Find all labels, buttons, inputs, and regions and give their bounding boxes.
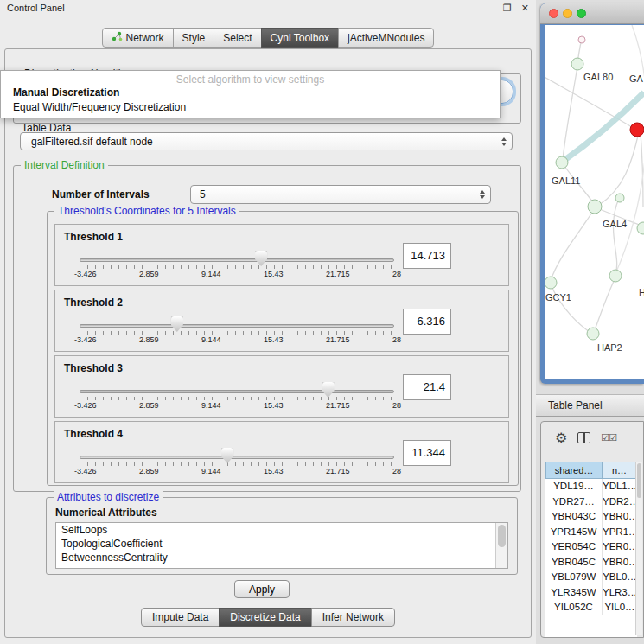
dropdown-hint: Select algorithm to view settings <box>1 71 500 86</box>
attribute-list-item[interactable]: SelfLoops <box>56 523 507 537</box>
select-rows-icon[interactable]: ☑☑ <box>601 432 616 443</box>
attribute-list-item[interactable]: TopologicalCoefficient <box>56 537 507 551</box>
columns-icon[interactable] <box>577 432 590 443</box>
table-cell[interactable]: YPR1… <box>603 525 637 540</box>
table-row[interactable]: YDL19…YDL1… <box>545 479 637 494</box>
table-cell[interactable]: YIL052C <box>545 600 603 615</box>
network-node-hap2[interactable] <box>587 328 599 340</box>
attributes-listbox[interactable]: SelfLoopsTopologicalCoefficientBetweenne… <box>55 522 508 569</box>
tab-infer-network[interactable]: Infer Network <box>311 608 395 627</box>
slider-thumb[interactable] <box>221 448 233 463</box>
tab-jactivemnodules[interactable]: jActiveMNodules <box>338 28 434 48</box>
table-row[interactable]: YDR27…YDR2… <box>545 494 637 510</box>
table-cell[interactable]: YDR27… <box>545 494 603 510</box>
network-icon <box>112 31 123 44</box>
table-cell[interactable]: YPR145W <box>545 525 603 540</box>
table-cell[interactable]: YDR2… <box>603 494 637 510</box>
threshold-2-value-field[interactable]: 6.316 <box>403 309 451 335</box>
zoom-traffic-light-icon[interactable] <box>577 9 586 18</box>
scale-tick-label: 2.859 <box>139 401 159 410</box>
network-node-gcy1[interactable] <box>545 277 557 289</box>
tab-network-label: Network <box>126 32 164 44</box>
network-node-selected[interactable] <box>630 123 644 137</box>
threshold-2-slider[interactable] <box>80 318 394 334</box>
table-row[interactable]: YBR045CYBR0… <box>545 555 637 571</box>
table-row[interactable]: YIL052CYIL0… <box>545 600 637 615</box>
tab-network[interactable]: Network <box>102 28 174 48</box>
threshold-3-slider[interactable] <box>80 384 394 399</box>
tab-style-label: Style <box>182 32 206 44</box>
attributes-group-title: Attributes to discretize <box>54 491 163 503</box>
table-toolbar: ⚙ ☑☑ <box>541 422 643 453</box>
scale-tick-label: -3.426 <box>74 335 97 344</box>
table-data-value: galFiltered.sif default node <box>26 136 498 148</box>
tab-style[interactable]: Style <box>173 28 215 48</box>
scrollbar-thumb[interactable] <box>498 525 506 547</box>
network-node-gal4[interactable] <box>588 200 602 214</box>
attribute-list-item[interactable]: BetweennessCentrality <box>56 551 507 564</box>
number-of-intervals-label: Number of Intervals <box>52 188 150 201</box>
table-cell[interactable]: YER054C <box>545 539 603 555</box>
table-row[interactable]: YER054CYER0… <box>545 539 637 555</box>
table-row[interactable]: YLR345WYLR3… <box>545 585 637 601</box>
gear-icon[interactable]: ⚙ <box>555 430 567 446</box>
tab-impute-data[interactable]: Impute Data <box>141 608 220 627</box>
listbox-scrollbar[interactable] <box>495 523 507 568</box>
table-cell[interactable]: YBR0… <box>603 555 637 571</box>
minimize-icon[interactable]: ❐ <box>503 3 512 13</box>
table-cell[interactable]: YLR345W <box>545 585 603 601</box>
table-scrollbar[interactable] <box>635 462 642 635</box>
table-cell[interactable]: YBR045C <box>545 555 603 571</box>
table-panel-header: Table Panel <box>536 394 644 417</box>
slider-thumb[interactable] <box>322 382 335 398</box>
network-node-gal11[interactable] <box>556 156 568 169</box>
threshold-3-value-field[interactable]: 21.4 <box>403 374 451 400</box>
table-cell[interactable]: YIL0… <box>603 600 637 615</box>
table-cell[interactable]: YLR3… <box>603 585 637 601</box>
minimize-traffic-light-icon[interactable] <box>563 9 572 18</box>
scale-tick-label: 2.859 <box>139 335 159 344</box>
network-node[interactable] <box>609 270 622 282</box>
combo-spinner-icon <box>501 137 507 146</box>
slider-thumb[interactable] <box>171 316 183 332</box>
tab-cyni-toolbox[interactable]: Cyni Toolbox <box>261 28 339 48</box>
table-cell[interactable]: YDL1… <box>603 479 637 494</box>
threshold-4-slider[interactable] <box>80 450 394 465</box>
threshold-1-slider[interactable] <box>80 252 394 268</box>
slider-scale: -3.4262.8599.14415.4321.71528 <box>74 335 401 344</box>
table-cell[interactable]: YER0… <box>603 539 637 555</box>
table-row[interactable]: YPR145WYPR1… <box>545 525 637 540</box>
column-header-shared-name[interactable]: shared… <box>545 462 603 479</box>
network-node[interactable] <box>578 36 585 43</box>
threshold-1-value-field[interactable]: 14.713 <box>403 243 451 269</box>
table-row[interactable]: YBL079WYBL0… <box>545 570 637 585</box>
network-node-gal80[interactable] <box>571 58 583 70</box>
slider-ticks <box>80 397 394 400</box>
window-title: Control Panel <box>7 3 65 13</box>
table-cell[interactable]: YBR043C <box>545 509 603 525</box>
scale-tick-label: -3.426 <box>74 401 97 410</box>
table-cell[interactable]: YBR0… <box>603 509 637 525</box>
dropdown-option-equal-width-frequency[interactable]: Equal Width/Frequency Discretization <box>1 100 500 115</box>
table-cell[interactable]: YDL19… <box>545 479 603 494</box>
apply-button[interactable]: Apply <box>234 580 290 598</box>
dropdown-option-manual-discretization[interactable]: Manual Discretization <box>1 86 500 100</box>
close-icon[interactable]: ✕ <box>521 3 529 13</box>
network-node[interactable] <box>615 194 624 202</box>
slider-thumb[interactable] <box>255 251 267 266</box>
threshold-4-panel: Threshold 4 -3.4262.8599.14415.4321.7152… <box>54 421 509 483</box>
tab-select[interactable]: Select <box>214 28 261 48</box>
combo-spinner-icon <box>480 190 485 199</box>
number-of-intervals-combobox[interactable]: 5 <box>190 185 491 204</box>
column-header-name[interactable]: n… <box>602 462 637 479</box>
table-cell[interactable]: YBL0… <box>603 570 637 585</box>
table-row[interactable]: YBR043CYBR0… <box>545 509 637 525</box>
tab-discretize-data[interactable]: Discretize Data <box>219 608 311 627</box>
close-traffic-light-icon[interactable] <box>549 9 558 18</box>
scrollbar-thumb[interactable] <box>637 463 641 498</box>
table-data-combobox[interactable]: galFiltered.sif default node <box>20 132 513 150</box>
threshold-4-value-field[interactable]: 11.344 <box>403 440 451 466</box>
network-canvas[interactable]: GAL80 GA GAL11 GAL4 GCY1 HAP2 H <box>545 25 644 379</box>
table-cell[interactable]: YBL079W <box>545 570 603 585</box>
slider-ticks <box>80 462 394 466</box>
